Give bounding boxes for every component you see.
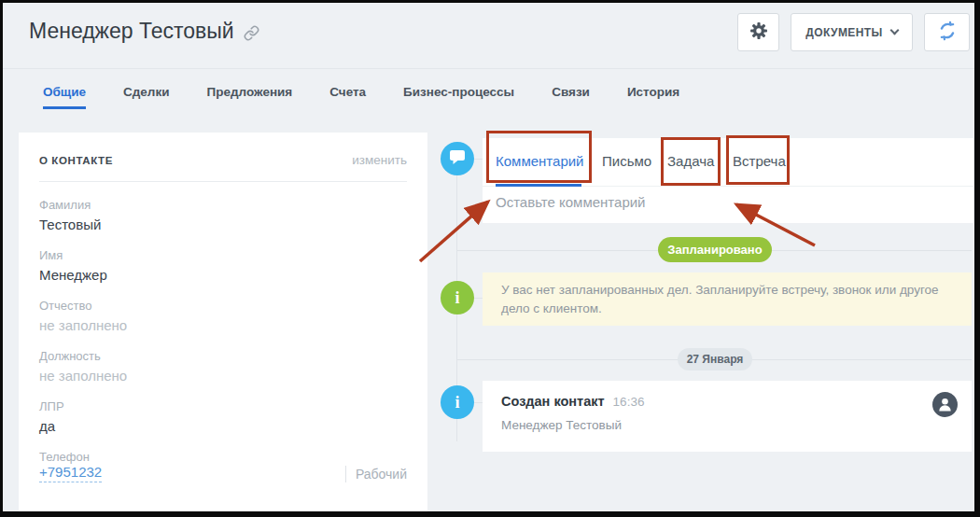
phone-type-separator <box>345 466 346 482</box>
info-icon: i <box>455 289 459 306</box>
gear-icon <box>749 21 768 44</box>
contact-panel-title: О КОНТАКТЕ <box>39 155 113 166</box>
event-card-contact-created: Создан контакт 16:36 Менеджер Тестовый <box>483 381 972 452</box>
sync-icon <box>937 21 958 45</box>
event-time: 16:36 <box>613 395 645 409</box>
tab-scheta[interactable]: Счета <box>329 85 366 109</box>
field-value-empty: не заполнено <box>39 317 407 333</box>
field-lpr: ЛПР да <box>39 399 407 434</box>
field-phone: Телефон +7951232 Рабочий <box>39 450 407 482</box>
field-label: Фамилия <box>39 198 407 212</box>
tab-obshchie[interactable]: Общие <box>43 85 86 109</box>
active-tab-underline <box>496 184 581 187</box>
field-label: Имя <box>39 248 407 262</box>
field-label: Телефон <box>39 450 407 464</box>
panel-divider <box>39 181 407 182</box>
header-divider <box>3 68 974 69</box>
field-value: Тестовый <box>39 217 407 232</box>
contact-info-panel: О КОНТАКТЕ изменить Фамилия Тестовый Имя… <box>19 133 427 517</box>
annotation-arrow-comment <box>420 202 488 261</box>
tab-istoriya[interactable]: История <box>627 85 679 109</box>
field-label: Отчество <box>39 299 407 313</box>
tab-sdelki[interactable]: Сделки <box>123 85 169 109</box>
comment-input[interactable]: Оставьте комментарий <box>496 194 646 210</box>
field-name: Имя Менеджер <box>39 248 407 283</box>
field-label: Должность <box>39 349 407 363</box>
field-position: Должность не заполнено <box>39 349 407 384</box>
planned-info-marker: i <box>441 281 474 314</box>
tab-svyazi[interactable]: Связи <box>552 85 590 109</box>
link-icon[interactable] <box>244 25 259 41</box>
event-info-marker: i <box>441 385 474 419</box>
user-avatar-icon <box>932 392 958 421</box>
composer-tab-meeting[interactable]: Встреча <box>733 153 786 169</box>
sync-button[interactable] <box>924 13 970 51</box>
field-value: Менеджер <box>39 267 407 283</box>
field-surname: Фамилия Тестовый <box>39 198 407 232</box>
planned-badge: Запланировано <box>658 237 772 262</box>
field-email-label-clipped: Email <box>39 510 70 517</box>
comment-marker <box>441 142 474 175</box>
no-tasks-notice: У вас нет запланированных дел. Запланиру… <box>483 272 972 326</box>
main-tab-bar: Общие Сделки Предложения Счета Бизнес-пр… <box>43 85 679 109</box>
composer-tab-comment[interactable]: Комментарий <box>496 153 583 169</box>
settings-button[interactable] <box>737 13 779 51</box>
crm-contact-window: Менеджер Тестовый ДОКУМЕНТЫ <box>0 0 980 517</box>
field-patronymic: Отчество не заполнено <box>39 299 407 333</box>
composer-tab-letter[interactable]: Письмо <box>602 153 651 169</box>
tab-biznes-protsessy[interactable]: Бизнес-процессы <box>403 85 514 109</box>
phone-type-label: Рабочий <box>356 467 407 482</box>
info-icon: i <box>455 394 459 411</box>
field-value-empty: не заполнено <box>39 368 407 384</box>
date-badge: 27 Января <box>678 348 752 370</box>
event-title: Создан контакт <box>501 394 605 409</box>
composer-tab-task[interactable]: Задача <box>667 153 714 169</box>
tab-predlozheniya[interactable]: Предложения <box>207 85 293 109</box>
event-subtitle: Менеджер Тестовый <box>501 418 953 432</box>
documents-button-label: ДОКУМЕНТЫ <box>805 26 882 39</box>
chat-bubble-icon <box>449 149 466 169</box>
notice-text: У вас нет запланированных дел. Запланиру… <box>501 281 947 318</box>
page-title: Менеджер Тестовый <box>29 19 259 44</box>
chevron-down-icon <box>889 26 899 35</box>
edit-contact-link[interactable]: изменить <box>352 153 407 167</box>
contact-name-title: Менеджер Тестовый <box>29 19 234 44</box>
phone-link[interactable]: +7951232 <box>39 464 102 482</box>
documents-button[interactable]: ДОКУМЕНТЫ <box>791 13 913 51</box>
feed-composer: Комментарий Письмо Задача Встреча Оставь… <box>483 138 973 223</box>
field-label: ЛПР <box>39 399 407 413</box>
field-value: да <box>39 418 407 434</box>
